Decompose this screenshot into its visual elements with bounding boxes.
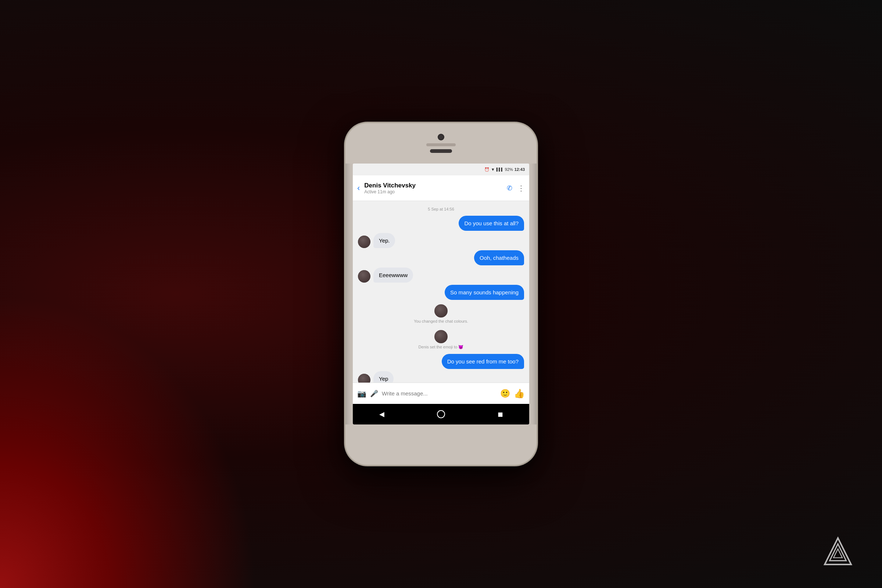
message-bubble: Do you see red from me too? xyxy=(442,354,524,369)
recents-nav-button[interactable]: ◼ xyxy=(498,410,503,418)
clock: 12:43 xyxy=(514,167,525,172)
message-input[interactable] xyxy=(382,390,496,396)
message-row: Do you see red from me too? xyxy=(358,354,524,369)
system-text: You changed the chat colours. xyxy=(414,319,468,323)
message-bubble: Do you use this at all? xyxy=(459,216,524,231)
speaker-grill xyxy=(426,143,456,146)
system-message: You changed the chat colours. xyxy=(358,304,524,323)
earpiece xyxy=(430,149,452,153)
back-nav-button[interactable]: ◀ xyxy=(379,410,384,418)
microphone-icon[interactable]: 🎤 xyxy=(370,390,378,398)
system-avatar xyxy=(434,330,448,343)
phone-frame: ⏰ ▼ ▌▌▌ 92% 12:43 ‹ Denis Vitchevsky Act… xyxy=(345,123,537,465)
like-button[interactable]: 👍 xyxy=(514,388,525,399)
phone-call-icon[interactable]: ✆ xyxy=(507,184,512,192)
status-bar: ⏰ ▼ ▌▌▌ 92% 12:43 xyxy=(353,164,529,175)
emoji-picker-icon[interactable]: 🙂 xyxy=(500,389,510,398)
battery-indicator: 92% xyxy=(505,167,513,172)
system-text: Denis set the emoji to 😈 xyxy=(418,345,464,350)
top-bezel xyxy=(345,123,537,164)
message-bubble: Ooh, chatheads xyxy=(474,250,524,266)
signal-icon: ▌▌▌ xyxy=(496,168,504,171)
avatar xyxy=(358,236,370,248)
message-row: Ooh, chatheads xyxy=(358,250,524,266)
system-message: Denis set the emoji to 😈 xyxy=(358,330,524,350)
contact-status: Active 11m ago xyxy=(364,189,507,194)
message-row: Eeeewwww xyxy=(358,267,524,283)
back-button[interactable]: ‹ xyxy=(357,183,360,193)
message-row: Yep. xyxy=(358,233,524,248)
timestamp-1: 5 Sep at 14:56 xyxy=(358,207,524,212)
chat-area[interactable]: 5 Sep at 14:56 Do you use this at all? Y… xyxy=(353,201,529,382)
verge-logo xyxy=(823,537,853,566)
header-icons: ✆ ⋮ xyxy=(507,184,525,193)
message-row: Yep xyxy=(358,371,524,382)
contact-name: Denis Vitchevsky xyxy=(364,182,507,189)
phone-screen: ⏰ ▼ ▌▌▌ 92% 12:43 ‹ Denis Vitchevsky Act… xyxy=(353,164,529,424)
message-row: So many sounds happening xyxy=(358,285,524,300)
home-nav-button[interactable] xyxy=(437,410,445,418)
message-bubble: Eeeewwww xyxy=(374,267,413,283)
bottom-navigation: ◀ ◼ xyxy=(353,404,529,424)
front-camera xyxy=(438,134,444,140)
more-options-icon[interactable]: ⋮ xyxy=(518,184,525,193)
message-bubble: Yep xyxy=(374,371,394,382)
bottom-bezel xyxy=(345,424,537,465)
contact-info: Denis Vitchevsky Active 11m ago xyxy=(364,182,507,194)
alarm-icon: ⏰ xyxy=(484,167,489,172)
message-row: Do you use this at all? xyxy=(358,216,524,231)
input-bar: 📷 🎤 🙂 👍 xyxy=(353,382,529,404)
message-bubble: Yep. xyxy=(374,233,395,248)
avatar xyxy=(358,374,370,382)
message-bubble: So many sounds happening xyxy=(445,285,524,300)
status-bar-icons: ⏰ ▼ ▌▌▌ 92% 12:43 xyxy=(484,167,525,172)
wifi-icon: ▼ xyxy=(491,167,495,172)
app-header: ‹ Denis Vitchevsky Active 11m ago ✆ ⋮ xyxy=(353,175,529,201)
avatar xyxy=(358,270,370,283)
scene: ⏰ ▼ ▌▌▌ 92% 12:43 ‹ Denis Vitchevsky Act… xyxy=(0,0,882,588)
camera-icon[interactable]: 📷 xyxy=(357,389,366,398)
system-avatar xyxy=(434,304,448,318)
